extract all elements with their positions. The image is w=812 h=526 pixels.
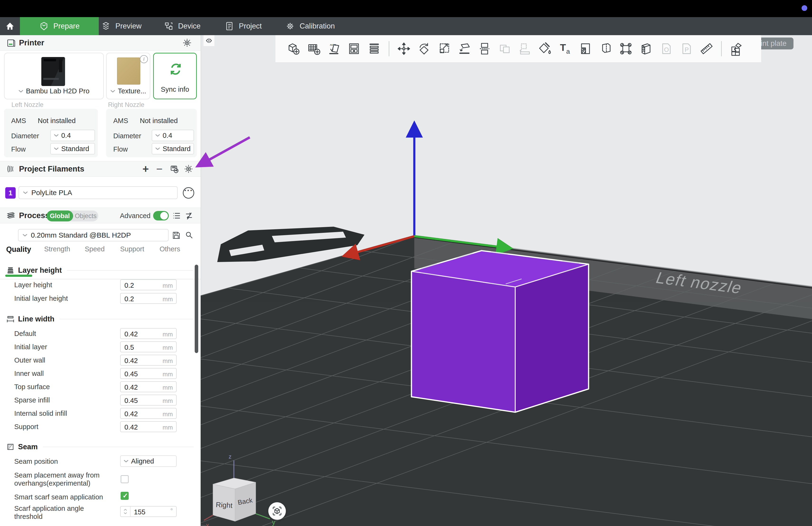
line-width-group-header: Line width <box>6 313 194 325</box>
setting-unit: mm <box>163 331 173 338</box>
spinner-down-icon[interactable] <box>124 512 127 514</box>
ams-label: AMS <box>11 117 26 125</box>
chevron-down-icon <box>54 134 59 137</box>
process-preset-value: 0.20mm Standard @BBL H2DP <box>31 231 131 239</box>
setting-input[interactable]: 0.2mm <box>120 293 177 304</box>
tab-calibration[interactable]: Calibration <box>278 17 342 35</box>
flow-label: Flow <box>113 145 128 153</box>
line-width-title: Line width <box>18 315 54 323</box>
printer-model-card[interactable]: Bambu Lab H2D Pro <box>4 53 104 99</box>
right-nozzle-label: Right Nozzle <box>108 101 144 109</box>
setting-unit: mm <box>163 282 173 289</box>
setting-input[interactable]: 0.42mm <box>120 421 177 432</box>
filament-more-button[interactable] <box>183 187 194 199</box>
filament-settings-gear-icon[interactable] <box>183 164 194 174</box>
filaments-section-title: Project Filaments <box>19 165 84 173</box>
setting-input[interactable]: 0.42mm <box>120 328 177 339</box>
tab-preview-label: Preview <box>115 22 142 30</box>
flow-select[interactable]: Standard <box>152 143 194 154</box>
spinner-arrows[interactable] <box>121 507 131 516</box>
seam-overhang-label-line1: Seam placement away from <box>14 471 100 479</box>
plate-type-card[interactable]: i Texture... <box>106 53 150 99</box>
tab-prepare[interactable]: Prepare <box>20 17 99 35</box>
flow-select[interactable]: Standard <box>50 143 95 154</box>
sync-filament-list-icon[interactable] <box>170 164 179 174</box>
tab-prepare-label: Prepare <box>54 22 79 30</box>
setting-value: 0.45 <box>125 370 138 378</box>
setting-input[interactable]: 0.42mm <box>120 408 177 419</box>
tab-support[interactable]: Support <box>120 245 144 253</box>
setting-input[interactable]: 0.5mm <box>120 341 177 352</box>
smart-scarf-checkbox[interactable] <box>121 492 129 500</box>
setting-label: Internal solid infill <box>14 410 67 417</box>
setting-list-icon[interactable] <box>172 211 182 221</box>
group-divider <box>67 270 194 271</box>
search-settings-icon[interactable] <box>184 230 194 240</box>
tab-calibration-label: Calibration <box>300 22 335 30</box>
tab-quality[interactable]: Quality <box>6 245 31 254</box>
model-cube[interactable] <box>411 251 589 412</box>
tab-device[interactable]: Device <box>157 17 208 35</box>
right-nozzle-panel: AMS Not installed Diameter 0.4 Flow Stan… <box>106 109 197 157</box>
save-preset-icon[interactable] <box>171 230 181 240</box>
compare-settings-icon[interactable] <box>184 211 194 221</box>
printer-image <box>41 57 65 86</box>
spinner-up-icon[interactable] <box>124 509 127 511</box>
seam-position-label: Seam position <box>14 458 58 466</box>
sidebar: Printer Bambu Lab H2D Pro i Texture... <box>0 35 201 526</box>
diameter-select[interactable]: 0.4 <box>50 130 95 141</box>
nav-cube-right-face[interactable]: Right <box>216 501 233 509</box>
sidebar-scrollbar[interactable] <box>195 265 198 353</box>
diameter-select[interactable]: 0.4 <box>152 130 194 141</box>
printer-settings-gear-icon[interactable] <box>182 38 192 48</box>
seam-position-value: Aligned <box>131 457 154 465</box>
texture-plate-image <box>117 57 140 85</box>
add-filament-icon[interactable]: + <box>143 162 149 175</box>
flow-label: Flow <box>11 145 26 153</box>
info-icon[interactable]: i <box>140 55 148 63</box>
setting-value: 0.5 <box>125 343 134 351</box>
preview-icon <box>101 22 111 31</box>
axis-z-label: z <box>229 453 232 460</box>
process-preset-select[interactable]: 0.20mm Standard @BBL H2DP <box>18 229 169 241</box>
advanced-toggle[interactable] <box>153 211 169 221</box>
setting-value: 0.42 <box>125 423 138 431</box>
sync-info-button[interactable]: Sync info <box>153 53 197 99</box>
seam-icon <box>6 443 15 451</box>
tab-speed[interactable]: Speed <box>85 245 105 253</box>
tab-others[interactable]: Others <box>160 245 180 253</box>
seam-position-select[interactable]: Aligned <box>120 455 177 467</box>
scarf-threshold-unit: ° <box>171 507 173 514</box>
setting-value: 0.42 <box>125 357 138 365</box>
setting-input[interactable]: 0.42mm <box>120 381 177 392</box>
setting-value: 0.42 <box>125 330 138 338</box>
remove-filament-icon[interactable]: − <box>156 162 163 175</box>
tab-strength[interactable]: Strength <box>44 245 70 253</box>
setting-value: 0.45 <box>125 397 138 404</box>
tab-preview[interactable]: Preview <box>94 17 149 35</box>
scope-objects[interactable]: Objects <box>73 212 98 220</box>
setting-input[interactable]: 0.42mm <box>120 355 177 366</box>
seam-overhang-checkbox[interactable] <box>121 475 129 483</box>
filament-select[interactable]: PolyLite PLA <box>18 186 178 199</box>
home-button[interactable] <box>0 17 20 35</box>
setting-label: Sparse infill <box>14 396 50 404</box>
filament-slot-badge[interactable]: 1 <box>5 187 16 199</box>
seam-overhang-label-line2: overhangs(experimental) <box>14 480 90 487</box>
process-scope-toggle[interactable]: Global Objects <box>46 211 98 222</box>
setting-input[interactable]: 0.45mm <box>120 395 177 406</box>
viewport-3d-scene[interactable]: Left nozzle <box>201 35 812 526</box>
ams-label: AMS <box>113 117 128 125</box>
setting-input[interactable]: 0.2mm <box>120 280 177 290</box>
scarf-threshold-spinner[interactable]: 155 ° <box>120 506 177 517</box>
sync-info-label: Sync info <box>161 86 189 94</box>
scope-global[interactable]: Global <box>46 211 73 222</box>
setting-value: 0.2 <box>125 282 134 289</box>
printer-model-label: Bambu Lab H2D Pro <box>26 87 89 95</box>
fit-view-button[interactable] <box>268 502 286 520</box>
tab-project[interactable]: Project <box>217 17 269 35</box>
setting-input[interactable]: 0.45mm <box>120 368 177 379</box>
flow-value: Standard <box>61 145 89 153</box>
setting-label: Initial layer <box>14 343 47 351</box>
setting-unit: mm <box>163 411 173 418</box>
